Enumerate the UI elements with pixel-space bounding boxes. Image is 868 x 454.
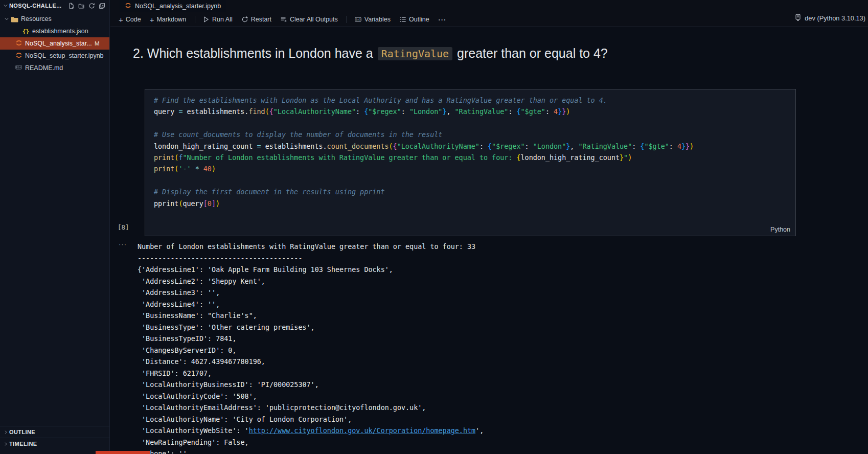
cell-language-label[interactable]: Python — [770, 226, 790, 233]
code-line: pprint(query[0]) — [154, 198, 795, 210]
sidebar-file-nosql-analysis-star-[interactable]: NoSQL_analysis_star...M — [0, 37, 109, 50]
folder-icon — [10, 16, 19, 22]
toolbar-label: Restart — [251, 16, 271, 23]
sidebar-file-nosql-setup-starter-ipynb[interactable]: NoSQL_setup_starter.ipynb — [0, 50, 109, 62]
output-line: 'LocalAuthorityCode': '508', — [138, 391, 484, 403]
toolbar-label: Variables — [364, 16, 391, 23]
toolbar-button-restart[interactable]: Restart — [241, 16, 271, 23]
toolbar-label: Code — [126, 16, 141, 23]
execution-count: [8] — [118, 223, 129, 231]
sidebar-file-readme-md[interactable]: README.md — [0, 62, 109, 74]
code-line: print('-' * 40) — [154, 164, 795, 175]
toolbar-button-markdown[interactable]: +Markdown — [150, 16, 186, 24]
sidebar-section-timeline[interactable]: TIMELINE — [0, 438, 110, 449]
output-line: 'LocalAuthorityEmailAddress': 'publicpro… — [138, 402, 484, 414]
collapse-all-icon[interactable] — [99, 3, 105, 9]
toolbar-label: Run All — [212, 16, 233, 23]
markdown-cell-heading[interactable]: 2. Which establishments in London have a… — [133, 46, 608, 61]
kernel-label: dev (Python 3.10.13) — [805, 14, 865, 22]
code-cell[interactable]: # Find the establishments with London as… — [145, 89, 796, 236]
output-line: 'NewRatingPending': False, — [138, 437, 484, 449]
sidebar-file-establishments-json[interactable]: {}establishments.json — [0, 25, 109, 37]
explorer-section-header[interactable]: NOSQL-CHALLE... — [0, 0, 109, 11]
file-label: README.md — [25, 64, 63, 72]
restart-icon — [241, 16, 248, 23]
code-editor[interactable]: # Find the establishments with London as… — [145, 89, 795, 210]
output-line: 'BusinessType': 'Other catering premises… — [138, 322, 484, 334]
toolbar-button-code[interactable]: +Code — [119, 16, 141, 24]
output-line: 'Distance': 4627.439467780196, — [138, 356, 484, 368]
toolbar-label: Outline — [409, 16, 429, 23]
kernel-picker[interactable]: dev (Python 3.10.13) — [794, 14, 865, 22]
output-line: 'FHRSID': 621707, — [138, 368, 484, 380]
toolbar-label: Markdown — [156, 16, 186, 23]
toolbar-button-more[interactable]: ⋯ — [438, 15, 447, 25]
jupyter-notebook-icon — [15, 39, 22, 48]
toolbar-label: Clear All Outputs — [290, 16, 338, 23]
output-line: 'AddressLine4': '', — [138, 299, 484, 311]
output-line: 'LocalAuthorityWebSite': 'http://www.cit… — [138, 425, 484, 437]
editor-area: NoSQL_analysis_starter.ipynb +Code+Markd… — [110, 0, 868, 454]
chevron-down-icon — [2, 3, 9, 8]
outline-section-label: OUTLINE — [9, 429, 35, 435]
variables-icon: (x) — [354, 16, 362, 23]
toolbar-separator — [347, 16, 347, 23]
file-label: establishments.json — [32, 28, 88, 35]
toolbar-button-outline[interactable]: Outline — [399, 16, 429, 23]
sidebar-section-outline[interactable]: OUTLINE — [0, 426, 110, 438]
toolbar-button-clear-all-outputs[interactable]: Clear All Outputs — [280, 16, 338, 23]
tab-notebook[interactable]: NoSQL_analysis_starter.ipynb — [120, 0, 226, 12]
chevron-right-icon — [2, 442, 9, 446]
output-line: 'LocalAuthorityName': 'City of London Co… — [138, 414, 484, 426]
output-line: 'AddressLine3': '', — [138, 287, 484, 299]
timeline-section-label: TIMELINE — [9, 441, 37, 447]
plus-icon: + — [150, 16, 154, 24]
code-line — [154, 175, 795, 187]
markdown-icon — [15, 64, 22, 72]
clear-all-outputs-icon — [280, 16, 287, 23]
output-line: Number of London establishments with Rat… — [138, 241, 484, 253]
svg-text:(x): (x) — [355, 18, 360, 21]
output-line: 'ChangesByServerID': 0, — [138, 345, 484, 357]
code-line: # Display the first document in the resu… — [154, 187, 795, 198]
code-line: query = establishments.find({"LocalAutho… — [154, 106, 795, 118]
chevron-down-icon — [3, 16, 10, 21]
output-line: 'Phone': '', — [138, 448, 484, 454]
output-line: {'AddressLine1': 'Oak Apple Farm Buildin… — [138, 264, 484, 276]
output-link[interactable]: http://www.cityoflondon.gov.uk/Corporati… — [249, 427, 475, 435]
new-file-icon[interactable] — [68, 3, 75, 9]
tab-bar: NoSQL_analysis_starter.ipynb — [110, 0, 868, 12]
bottom-red-bar — [96, 451, 150, 454]
more-actions-icon: ⋯ — [438, 15, 447, 25]
outline-icon — [399, 16, 406, 23]
file-label: NoSQL_analysis_star... — [25, 40, 92, 47]
refresh-icon[interactable] — [88, 3, 95, 9]
file-list: {}establishments.jsonNoSQL_analysis_star… — [0, 25, 109, 74]
jupyter-notebook-icon — [15, 52, 22, 60]
file-label: NoSQL_setup_starter.ipynb — [25, 52, 104, 59]
json-braces-icon: {} — [22, 28, 29, 35]
toolbar-button-variables[interactable]: (x)Variables — [354, 16, 391, 23]
output-line: 'LocalAuthorityBusinessID': 'PI/00002530… — [138, 379, 484, 391]
new-folder-icon[interactable] — [78, 3, 85, 9]
jupyter-notebook-icon — [125, 2, 131, 10]
chevron-right-icon — [2, 430, 9, 435]
explorer-actions — [68, 3, 109, 9]
output-line: 'BusinessName': "Charlie's", — [138, 310, 484, 322]
workspace-title: NOSQL-CHALLE... — [9, 3, 62, 9]
output-gutter-ellipsis[interactable]: ··· — [119, 240, 127, 248]
kernel-icon — [794, 14, 802, 22]
vscode-window: NOSQL-CHALLE... Resources {}establishmen… — [0, 0, 868, 454]
cell-output: Number of London establishments with Rat… — [138, 241, 484, 454]
explorer-sidebar: NOSQL-CHALLE... Resources {}establishmen… — [0, 0, 110, 454]
output-line: 'AddressLine2': 'Sheppy Kent', — [138, 276, 484, 288]
sidebar-item-resources-folder[interactable]: Resources — [0, 13, 109, 25]
folder-label: Resources — [21, 15, 52, 22]
code-line — [154, 118, 795, 129]
git-modified-badge: M — [95, 40, 100, 47]
code-line: # Find the establishments with London as… — [154, 95, 795, 106]
code-line: print(f"Number of London establishments … — [154, 152, 795, 164]
tab-title: NoSQL_analysis_starter.ipynb — [135, 3, 221, 10]
plus-icon: + — [119, 16, 123, 24]
toolbar-button-run-all[interactable]: Run All — [202, 16, 233, 23]
